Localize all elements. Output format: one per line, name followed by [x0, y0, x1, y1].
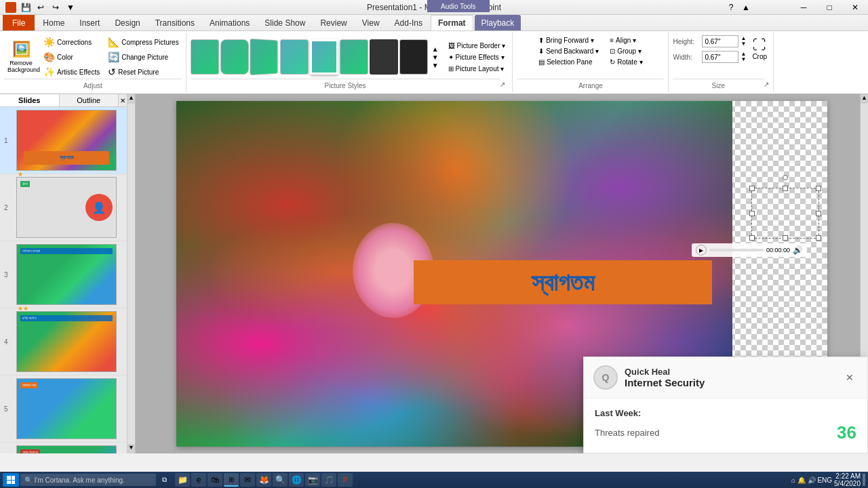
left-scrollbar[interactable]: ▲ ▼ — [127, 94, 136, 453]
group-button[interactable]: ⊡ Group ▾ — [607, 46, 645, 56]
search-btn[interactable]: 🔍 — [273, 473, 288, 487]
tab-design[interactable]: Design — [108, 15, 146, 30]
tab-file[interactable]: File — [3, 15, 35, 30]
redo-qat-button[interactable]: ↪ — [49, 1, 62, 14]
pic-style-7[interactable] — [370, 39, 398, 75]
start-button[interactable] — [3, 473, 19, 487]
color-button[interactable]: 🎨 Color — [41, 50, 102, 64]
slide-item-4[interactable]: 4 ছবির স্লাইড — [0, 308, 127, 375]
slide-item-3[interactable]: 3 সাইকেল চালানো ★★ — [0, 241, 127, 308]
close-button[interactable]: ✕ — [842, 0, 868, 15]
minimize-ribbon-button[interactable]: ▲ — [739, 1, 753, 14]
ppt-taskbar-btn[interactable]: P — [338, 473, 353, 487]
align-button[interactable]: ≡ Align ▾ — [607, 35, 645, 45]
tab-addins[interactable]: Add-Ins — [388, 15, 429, 30]
show-desktop-btn[interactable] — [863, 474, 865, 486]
pic-style-8[interactable] — [399, 39, 428, 75]
height-down[interactable]: ▼ — [741, 41, 746, 47]
scroll-track[interactable] — [127, 104, 135, 444]
styles-scroll-down[interactable]: ▼ — [432, 54, 439, 61]
save-qat-button[interactable]: 💾 — [19, 1, 33, 14]
scroll-down-btn[interactable]: ▼ — [127, 444, 135, 453]
task-view-btn[interactable]: ⧉ — [157, 474, 171, 486]
firefox-btn[interactable]: 🦊 — [256, 473, 271, 487]
height-input[interactable] — [702, 35, 738, 47]
change-picture-button[interactable]: 🔄 Change Picture — [105, 50, 181, 64]
selection-box[interactable] — [751, 188, 819, 239]
clock[interactable]: 2:22 AM 5/4/2020 — [834, 472, 861, 487]
slide-item-6[interactable]: 6 আমার বিদ্যালয় — [0, 443, 127, 453]
handle-mr[interactable] — [816, 211, 821, 216]
chrome-btn[interactable]: 🌐 — [289, 473, 304, 487]
maximize-button[interactable]: □ — [816, 0, 842, 15]
reset-picture-button[interactable]: ↺ Reset Picture — [105, 65, 181, 79]
qh-close-button[interactable]: ✕ — [842, 371, 858, 384]
handle-tr[interactable] — [816, 186, 821, 191]
canvas-area[interactable]: ▲ ▼ স্বাগতম — [127, 94, 868, 453]
slide-panel-close[interactable]: ✕ — [119, 94, 127, 106]
edge-btn[interactable]: e — [191, 473, 206, 487]
volume-icon[interactable]: 🔊 — [793, 245, 803, 255]
handle-tl[interactable] — [749, 186, 755, 191]
tab-outline[interactable]: Outline — [60, 94, 119, 106]
file-explorer-btn[interactable]: 📁 — [175, 473, 190, 487]
pic-style-4[interactable] — [280, 39, 309, 75]
tab-insert[interactable]: Insert — [73, 15, 106, 30]
styles-scroll-up[interactable]: ▲ — [432, 45, 439, 53]
music-btn[interactable]: 🎵 — [321, 473, 336, 487]
media-progress-bar[interactable] — [709, 249, 764, 251]
remove-background-button[interactable]: 🖼️ Remove Background — [4, 39, 38, 75]
size-expand[interactable]: ↗ — [764, 81, 769, 88]
crop-button[interactable]: ⛶ Crop — [750, 35, 769, 62]
tab-animations[interactable]: Animations — [203, 15, 256, 30]
width-down[interactable]: ▼ — [741, 57, 746, 62]
artistic-effects-button[interactable]: ✨ Artistic Effects — [41, 65, 102, 79]
tab-playback[interactable]: Playback — [475, 15, 521, 30]
handle-ml[interactable] — [749, 211, 755, 216]
corrections-button[interactable]: ☀️ Corrections — [41, 35, 102, 49]
welcome-banner[interactable]: স্বাগতম — [414, 260, 712, 304]
slide-item-2[interactable]: 2 টেক্সট 👤 — [0, 174, 127, 241]
selection-pane-button[interactable]: ▤ Selection Pane — [536, 57, 601, 67]
pic-style-2[interactable] — [220, 39, 249, 75]
tab-slides[interactable]: Slides — [0, 94, 60, 106]
pic-style-1[interactable] — [191, 39, 219, 75]
undo-qat-button[interactable]: ↩ — [34, 1, 47, 14]
styles-more[interactable]: ▼ — [432, 62, 439, 69]
slide-item-5[interactable]: 5 আমাদের সাথে — [0, 375, 127, 443]
slide-item-1[interactable]: 1 স্বাগতম ★ — [0, 107, 127, 174]
tab-view[interactable]: View — [355, 15, 387, 30]
tab-format[interactable]: Format — [431, 15, 473, 30]
send-backward-button[interactable]: ⬇ Send Backward ▾ — [536, 46, 601, 56]
store-btn[interactable]: 🛍 — [208, 473, 222, 487]
compress-pictures-button[interactable]: 📐 Compress Pictures — [105, 35, 181, 49]
handle-tm[interactable] — [783, 186, 788, 191]
scroll-up-btn[interactable]: ▲ — [127, 94, 135, 104]
pic-style-5[interactable] — [310, 39, 338, 75]
handle-bm[interactable] — [783, 235, 788, 241]
picture-layout-button[interactable]: ⊞ Picture Layout ▾ — [446, 64, 509, 74]
tab-review[interactable]: Review — [313, 15, 353, 30]
vscroll-up-btn[interactable]: ▲ — [861, 94, 868, 104]
minimize-button[interactable]: ─ — [791, 0, 816, 15]
picture-effects-button[interactable]: ✦ Picture Effects ▾ — [446, 52, 509, 62]
windows-btn[interactable]: ⊞ — [224, 473, 239, 487]
tray-icons[interactable]: ⌂ 🔔 🔊 ENG — [791, 476, 832, 484]
play-button[interactable]: ▶ — [696, 245, 707, 256]
rotation-handle[interactable] — [783, 175, 788, 180]
mail-btn[interactable]: ✉ — [240, 473, 255, 487]
handle-bl[interactable] — [749, 235, 755, 241]
pic-style-3[interactable] — [250, 39, 277, 75]
taskbar-search[interactable]: 🔍 I'm Cortana. Ask me anything. — [20, 474, 156, 486]
picture-border-button[interactable]: 🖼 Picture Border ▾ — [446, 41, 509, 51]
handle-br[interactable] — [816, 235, 821, 241]
bring-forward-button[interactable]: ⬆ Bring Forward ▾ — [536, 35, 601, 45]
camera-btn[interactable]: 📷 — [305, 473, 320, 487]
pic-style-6[interactable] — [340, 39, 368, 75]
tab-transitions[interactable]: Transitions — [149, 15, 201, 30]
tab-home[interactable]: Home — [36, 15, 71, 30]
tab-slideshow[interactable]: Slide Show — [258, 15, 312, 30]
rotate-button[interactable]: ↻ Rotate ▾ — [607, 57, 645, 67]
width-input[interactable] — [702, 51, 738, 63]
help-button[interactable]: ? — [724, 1, 738, 14]
